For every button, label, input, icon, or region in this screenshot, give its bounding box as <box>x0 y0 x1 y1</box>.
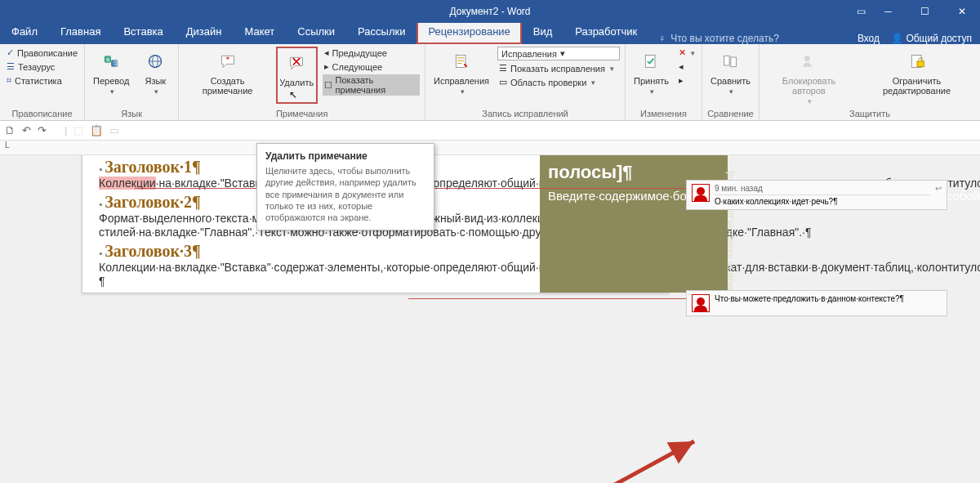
svg-text:＊: ＊ <box>224 55 232 64</box>
statistics-button[interactable]: ⌗Статистика <box>5 74 79 87</box>
tab-design[interactable]: Дизайн <box>175 20 234 44</box>
avatar-icon <box>692 184 710 202</box>
tab-mailings[interactable]: Рассылки <box>346 20 416 44</box>
restrict-editing-button[interactable]: Ограничить редактирование <box>858 47 975 97</box>
tab-home[interactable]: Главная <box>49 20 112 44</box>
svg-rect-9 <box>646 56 656 68</box>
comment-2[interactable]: Что·вы·можете·предложить·в·данном·контек… <box>686 290 947 316</box>
group-language: a字 Перевод▾ Язык▾ Язык <box>85 44 179 120</box>
comment-icon: ☐ <box>324 80 332 91</box>
tab-insert[interactable]: Вставка <box>112 20 174 44</box>
minimize-button[interactable]: ─ <box>870 0 906 23</box>
qat-paste-icon[interactable]: 📋 <box>90 124 103 136</box>
tooltip-body: Щелкните здесь, чтобы выполнить другие д… <box>265 165 425 223</box>
tab-developer[interactable]: Разработчик <box>564 20 648 44</box>
new-comment-button[interactable]: ＊ Создать примечание <box>184 47 270 97</box>
tab-review[interactable]: Рецензирование <box>416 20 521 44</box>
svg-line-15 <box>514 441 694 483</box>
accept-icon <box>638 48 664 74</box>
ribbon: ✓Правописание ☰Тезаурус ⌗Статистика Прав… <box>0 44 980 121</box>
svg-rect-10 <box>724 56 730 65</box>
annotation-arrow <box>498 433 710 483</box>
accept-button[interactable]: Принять▾ <box>630 47 672 97</box>
ribbon-tabs: Файл Главная Вставка Дизайн Макет Ссылки… <box>0 23 980 44</box>
reply-icon[interactable]: ↩ <box>935 184 942 193</box>
group-tracking: Исправления▾ Исправления ▾ ☰Показать исп… <box>425 44 626 120</box>
avatar-icon <box>692 294 710 312</box>
proof-stats-icon: ⌗ <box>7 75 11 86</box>
qat-undo-icon[interactable]: ↶ <box>22 124 31 136</box>
compare-button[interactable]: Сравнить▾ <box>707 47 754 97</box>
track-icon <box>448 48 474 74</box>
svg-point-12 <box>804 56 810 61</box>
comment-text: О·каких·коллекциях·идет·речь?¶ <box>715 197 930 206</box>
prev-comment-button[interactable]: ◂Предыдущее <box>323 47 421 59</box>
titlebar-side: ▭ <box>857 0 866 23</box>
display-mode-dropdown[interactable]: Исправления ▾ <box>497 47 620 60</box>
quick-access-toolbar: 🗋 ↶ ↷ | ⬚ 📋 ▭ <box>0 121 980 141</box>
svg-rect-8 <box>456 56 466 68</box>
tab-view[interactable]: Вид <box>522 20 564 44</box>
pane-icon: ▭ <box>499 77 507 87</box>
close-button[interactable]: ✕ <box>943 0 980 23</box>
share-button[interactable]: 👤 Общий доступ <box>891 33 972 44</box>
next-change-icon: ▸ <box>679 75 684 86</box>
restrict-icon <box>904 48 930 74</box>
tooltip-title: Удалить примечание <box>265 150 425 162</box>
reject-button[interactable]: ✕▾ <box>677 47 697 59</box>
title-bar: Документ2 - Word ▭ ─ ☐ ✕ <box>0 0 980 23</box>
translate-button[interactable]: a字 Перевод▾ <box>90 47 132 97</box>
ribbon-options-icon[interactable]: ▭ <box>857 6 866 17</box>
svg-rect-14 <box>917 61 924 67</box>
proof-spell-icon: ✓ <box>7 47 14 58</box>
qat-redo-icon[interactable]: ↷ <box>38 124 47 136</box>
block-authors-button[interactable]: Блокировать авторов▾ <box>764 47 853 107</box>
next-icon: ▸ <box>324 61 329 72</box>
comment-connector-2 <box>408 298 690 299</box>
group-changes: Принять▾ ✕▾ ◂ ▸ Изменения <box>626 44 702 120</box>
group-proofing: ✓Правописание ☰Тезаурус ⌗Статистика Прав… <box>0 44 85 120</box>
show-markup-dropdown[interactable]: ☰Показать исправления▾ <box>497 62 620 74</box>
group-protect: Блокировать авторов▾ Ограничить редактир… <box>760 44 980 120</box>
tab-references[interactable]: Ссылки <box>286 20 346 44</box>
group-comments: ＊ Создать примечание Удалить ↖ ◂Предыдущ… <box>179 44 425 120</box>
window-title: Документ2 - Word <box>449 6 530 17</box>
next-change-button[interactable]: ▸ <box>677 74 697 87</box>
globe-icon <box>142 48 168 74</box>
reviewing-pane-dropdown[interactable]: ▭Область проверки▾ <box>497 76 620 88</box>
show-comments-button[interactable]: ☐Показать примечания <box>323 74 421 96</box>
tab-layout[interactable]: Макет <box>233 20 286 44</box>
comments-pane: 9 мин. назад О·каких·коллекциях·идет·реч… <box>686 155 968 483</box>
block-icon <box>796 48 822 74</box>
tab-file[interactable]: Файл <box>0 20 49 44</box>
comment-text-2: Что·вы·можете·предложить·в·данном·контек… <box>715 294 904 303</box>
comment-1[interactable]: 9 мин. назад О·каких·коллекциях·идет·реч… <box>686 180 947 210</box>
translate-icon: a字 <box>98 48 124 74</box>
delete-comment-button[interactable]: Удалить ↖ <box>276 47 318 104</box>
spelling-button[interactable]: ✓Правописание <box>5 47 79 59</box>
tooltip: Удалить примечание Щелкните здесь, чтобы… <box>256 143 434 230</box>
svg-text:字: 字 <box>114 60 119 66</box>
thesaurus-button[interactable]: ☰Тезаурус <box>5 60 79 73</box>
qat-new-icon[interactable]: 🗋 <box>5 124 16 136</box>
new-comment-icon: ＊ <box>215 48 241 74</box>
ruler[interactable]: L <box>0 141 980 155</box>
markup-icon: ☰ <box>499 63 507 74</box>
svg-rect-11 <box>731 57 737 67</box>
prev-change-button[interactable]: ◂ <box>677 60 697 73</box>
qat-ruler-icon[interactable]: ▭ <box>109 124 119 136</box>
track-changes-button[interactable]: Исправления▾ <box>430 47 492 97</box>
maximize-button[interactable]: ☐ <box>906 0 943 23</box>
qat-select-icon[interactable]: ⬚ <box>74 124 83 136</box>
proof-thes-icon: ☰ <box>7 61 15 72</box>
prev-icon: ◂ <box>324 47 329 58</box>
tell-me[interactable]: ♀ Что вы хотите сделать? <box>648 33 858 44</box>
cursor-icon: ↖ <box>289 89 297 101</box>
share-icon: 👤 <box>891 33 903 44</box>
group-compare: Сравнить▾ Сравнение <box>702 44 760 120</box>
next-comment-button[interactable]: ▸Следующее <box>323 60 421 73</box>
language-button[interactable]: Язык▾ <box>137 47 173 97</box>
window-controls: ─ ☐ ✕ <box>870 0 980 23</box>
bulb-icon: ♀ <box>658 33 666 44</box>
sign-in-link[interactable]: Вход <box>858 33 880 44</box>
